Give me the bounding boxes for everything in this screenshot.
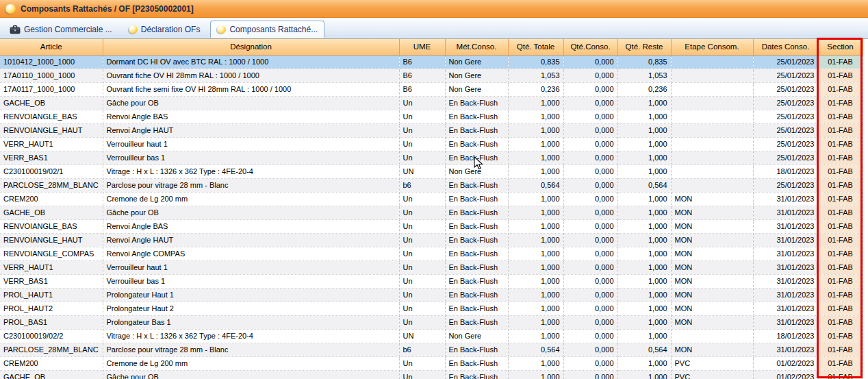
cell-article[interactable]: VERR_HAUT1	[0, 137, 103, 151]
cell-qte-conso[interactable]: 0,000	[563, 82, 617, 96]
cell-article[interactable]: PROL_BAS1	[0, 315, 103, 329]
cell-met-conso[interactable]: En Back-Flush	[445, 356, 508, 370]
cell-met-conso[interactable]: En Back-Flush	[445, 247, 508, 260]
cell-qte-conso[interactable]: 0,000	[563, 343, 617, 356]
cell-ume[interactable]: Un	[399, 288, 445, 302]
cell-qte-conso[interactable]: 0,000	[563, 247, 617, 260]
table-row[interactable]: VERR_HAUT1 Verrouilleur haut 1 Un En Bac…	[0, 260, 863, 274]
cell-met-conso[interactable]: En Back-Flush	[445, 151, 508, 164]
cell-met-conso[interactable]: En Back-Flush	[445, 274, 508, 288]
table-row[interactable]: VERR_BAS1 Verrouilleur bas 1 Un En Back-…	[0, 151, 863, 164]
cell-section[interactable]: 01-FAB	[818, 315, 863, 329]
col-header-article[interactable]: Article	[0, 39, 103, 55]
table-row[interactable]: PARCLOSE_28MM_BLANC Parclose pour vitrag…	[0, 178, 863, 192]
table-row[interactable]: GACHE_OB Gâche pour OB Un En Back-Flush …	[0, 370, 863, 379]
cell-qte-conso[interactable]: 0,000	[563, 151, 617, 164]
table-row[interactable]: C230100019/02/2 Vitrage : H x L : 1326 x…	[0, 329, 863, 343]
cell-qte-totale[interactable]: 0,564	[508, 343, 563, 356]
cell-qte-totale[interactable]: 0,564	[508, 178, 563, 192]
cell-qte-conso[interactable]: 0,000	[563, 329, 617, 343]
cell-section[interactable]: 01-FAB	[818, 219, 863, 233]
cell-met-conso[interactable]: En Back-Flush	[445, 137, 508, 151]
table-row[interactable]: RENVOIANGLE_BAS Renvoi Angle BAS Un En B…	[0, 219, 863, 233]
cell-qte-conso[interactable]: 0,000	[563, 123, 617, 137]
col-header-qte-totale[interactable]: Qté. Totale	[508, 39, 563, 55]
cell-etape-consom[interactable]: MON	[671, 247, 753, 260]
cell-designation[interactable]: Cremone de Lg 200 mm	[103, 356, 399, 370]
cell-section[interactable]: 01-FAB	[818, 192, 863, 206]
col-header-ume[interactable]: UME	[399, 39, 445, 55]
cell-dates-conso[interactable]: 31/01/2023	[753, 315, 818, 329]
table-row[interactable]: GACHE_OB Gâche pour OB Un En Back-Flush …	[0, 206, 863, 219]
table-row[interactable]: RENVOIANGLE_COMPAS Renvoi Angle COMPAS U…	[0, 247, 863, 260]
cell-ume[interactable]: b6	[399, 343, 445, 356]
cell-met-conso[interactable]: En Back-Flush	[445, 315, 508, 329]
cell-met-conso[interactable]: En Back-Flush	[445, 233, 508, 247]
cell-section[interactable]: 01-FAB	[818, 82, 863, 96]
cell-ume[interactable]: Un	[399, 151, 445, 164]
cell-qte-totale[interactable]: 1,000	[508, 356, 563, 370]
cell-qte-reste[interactable]: 1,000	[617, 288, 671, 302]
cell-ume[interactable]: Un	[399, 260, 445, 274]
cell-qte-totale[interactable]: 1,053	[508, 69, 563, 82]
cell-designation[interactable]: Parclose pour vitrage 28 mm - Blanc	[103, 343, 399, 356]
cell-qte-conso[interactable]: 0,000	[563, 356, 617, 370]
cell-qte-reste[interactable]: 1,000	[617, 151, 671, 164]
cell-article[interactable]: CREM200	[0, 192, 103, 206]
cell-designation[interactable]: Cremone de Lg 200 mm	[103, 192, 399, 206]
cell-section[interactable]: 01-FAB	[818, 110, 863, 123]
cell-section[interactable]: 01-FAB	[818, 69, 863, 82]
cell-dates-conso[interactable]: 31/01/2023	[753, 192, 818, 206]
cell-qte-conso[interactable]: 0,000	[563, 302, 617, 315]
cell-ume[interactable]: Un	[399, 219, 445, 233]
cell-section[interactable]: 01-FAB	[818, 343, 863, 356]
cell-ume[interactable]: Un	[399, 274, 445, 288]
cell-qte-totale[interactable]: 1,000	[508, 123, 563, 137]
cell-ume[interactable]: Un	[399, 110, 445, 123]
cell-qte-conso[interactable]: 0,000	[563, 206, 617, 219]
table-row[interactable]: C230100019/02/1 Vitrage : H x L : 1326 x…	[0, 164, 863, 178]
cell-qte-totale[interactable]: 0,835	[508, 55, 563, 69]
cell-section[interactable]: 01-FAB	[818, 151, 863, 164]
cell-qte-reste[interactable]: 1,000	[617, 274, 671, 288]
cell-etape-consom[interactable]: MON	[671, 274, 753, 288]
cell-qte-conso[interactable]: 0,000	[563, 315, 617, 329]
cell-qte-reste[interactable]: 1,000	[617, 315, 671, 329]
cell-qte-conso[interactable]: 0,000	[563, 233, 617, 247]
table-row[interactable]: 17A0110_1000_1000 Ouvrant fiche OV HI 28…	[0, 69, 863, 82]
cell-article[interactable]: VERR_BAS1	[0, 274, 103, 288]
cell-qte-conso[interactable]: 0,000	[563, 192, 617, 206]
cell-dates-conso[interactable]: 25/01/2023	[753, 110, 818, 123]
cell-etape-consom[interactable]: MON	[671, 288, 753, 302]
cell-ume[interactable]: Un	[399, 123, 445, 137]
cell-designation[interactable]: Dormant DC HI OV avec BTC RAL : 1000 / 1…	[103, 55, 399, 69]
cell-article[interactable]: 17A0117_1000_1000	[0, 82, 103, 96]
cell-section[interactable]: 01-FAB	[818, 137, 863, 151]
cell-met-conso[interactable]: En Back-Flush	[445, 178, 508, 192]
cell-article[interactable]: CREM200	[0, 356, 103, 370]
cell-qte-totale[interactable]: 1,000	[508, 315, 563, 329]
cell-ume[interactable]: Un	[399, 96, 445, 110]
cell-ume[interactable]: b6	[399, 178, 445, 192]
cell-qte-reste[interactable]: 1,000	[617, 137, 671, 151]
cell-qte-conso[interactable]: 0,000	[563, 69, 617, 82]
cell-qte-totale[interactable]: 1,000	[508, 233, 563, 247]
cell-designation[interactable]: Ouvrant fiche semi fixe OV HI 28mm RAL :…	[103, 82, 399, 96]
cell-ume[interactable]: Un	[399, 247, 445, 260]
cell-qte-totale[interactable]: 1,000	[508, 164, 563, 178]
cell-met-conso[interactable]: Non Gere	[445, 55, 508, 69]
cell-qte-reste[interactable]: 1,000	[617, 206, 671, 219]
cell-article[interactable]: VERR_HAUT1	[0, 260, 103, 274]
cell-qte-reste[interactable]: 0,236	[617, 82, 671, 96]
cell-etape-consom[interactable]	[671, 69, 753, 82]
cell-ume[interactable]: Un	[399, 302, 445, 315]
tab-gestion-commerciale[interactable]: Gestion Commerciale ...	[3, 21, 118, 38]
cell-ume[interactable]: Un	[399, 233, 445, 247]
cell-dates-conso[interactable]: 25/01/2023	[753, 137, 818, 151]
cell-qte-totale[interactable]: 1,000	[508, 192, 563, 206]
col-header-section[interactable]: Section	[818, 39, 863, 55]
cell-article[interactable]: RENVOIANGLE_HAUT	[0, 233, 103, 247]
cell-article[interactable]: RENVOIANGLE_HAUT	[0, 123, 103, 137]
table-row[interactable]: CREM200 Cremone de Lg 200 mm Un En Back-…	[0, 356, 863, 370]
cell-qte-totale[interactable]: 1,000	[508, 247, 563, 260]
